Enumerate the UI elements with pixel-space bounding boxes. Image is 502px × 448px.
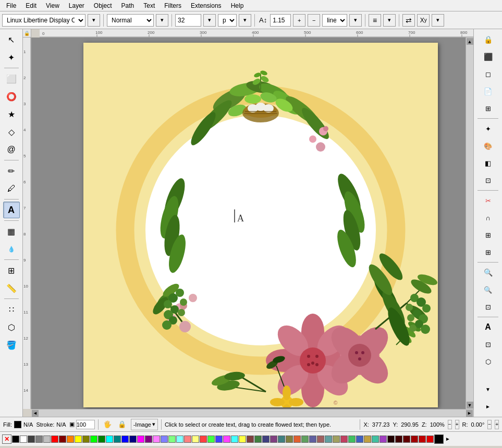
palette-black[interactable]	[12, 435, 19, 443]
palette-plum[interactable]	[270, 435, 277, 443]
tool-node[interactable]: ✦	[3, 49, 20, 66]
snap-intersect-btn[interactable]: ∩	[480, 209, 496, 226]
palette-e3[interactable]	[403, 435, 410, 443]
palette-c8[interactable]	[348, 435, 356, 443]
palette-orange[interactable]	[67, 435, 74, 443]
drawing-canvas[interactable]: A ©	[83, 43, 438, 407]
tool-3d[interactable]: ◇	[3, 123, 20, 140]
fill-color-box[interactable]	[14, 421, 21, 428]
tool-star[interactable]: ★	[3, 106, 20, 122]
palette-aqua[interactable]	[231, 435, 238, 443]
tool-rectangle[interactable]: ⬜	[3, 70, 20, 87]
line-height-dec[interactable]: −	[308, 14, 320, 27]
palette-purple[interactable]	[145, 435, 152, 443]
image-dropdown-icon[interactable]: ▾	[152, 421, 155, 428]
palette-black-end[interactable]	[434, 434, 444, 444]
font-size-input[interactable]	[175, 14, 201, 27]
tool-spray[interactable]: ∷	[3, 301, 20, 318]
palette-cyan[interactable]	[106, 435, 113, 443]
palette-c4[interactable]	[317, 435, 324, 443]
palette-violet[interactable]	[223, 435, 230, 443]
zoom-plus-btn[interactable]: 🔍	[480, 264, 496, 281]
menu-layer[interactable]: Layer	[65, 1, 89, 10]
palette-navy[interactable]	[129, 435, 137, 443]
palette-e5[interactable]	[419, 435, 426, 443]
node-tool-btn2[interactable]: ✦	[480, 120, 496, 137]
palette-c9[interactable]	[356, 435, 363, 443]
menu-path[interactable]: Path	[117, 1, 139, 10]
palette-lightgray[interactable]	[43, 435, 51, 443]
menu-edit[interactable]: Edit	[21, 1, 41, 10]
palette-muted-teal[interactable]	[278, 435, 285, 443]
snap-symbols-btn[interactable]: ◧	[480, 155, 496, 171]
tool-gradient[interactable]: ▦	[3, 223, 20, 240]
tool-spiral[interactable]: @	[3, 141, 20, 158]
superscript-btn[interactable]: Xy	[417, 14, 430, 27]
palette-blue[interactable]	[121, 435, 129, 443]
palette-red[interactable]	[51, 435, 58, 443]
font-unit-dropdown[interactable]: ▾	[239, 14, 251, 27]
snap-bbox-btn[interactable]: ◻	[480, 66, 496, 82]
snap-color-btn[interactable]: 🎨	[480, 138, 496, 154]
palette-indigo[interactable]	[262, 435, 270, 443]
snap-page-btn[interactable]: 📄	[480, 83, 496, 99]
palette-c3[interactable]	[309, 435, 316, 443]
tool-pencil[interactable]: ✏	[3, 163, 20, 179]
palette-teal[interactable]	[114, 435, 121, 443]
font-family-dropdown[interactable]: ▾	[88, 14, 100, 27]
scroll-up-btn[interactable]: ▲	[467, 38, 473, 45]
menu-filters[interactable]: Filters	[160, 1, 186, 10]
line-height-unit-dropdown[interactable]: ▾	[349, 14, 362, 27]
scroll-down-btn[interactable]: ▼	[467, 402, 473, 408]
canvas-container[interactable]: A ©	[31, 38, 466, 409]
palette-khaki[interactable]	[239, 435, 246, 443]
palette-lavender[interactable]	[161, 435, 168, 443]
tool-dropper[interactable]: 💧	[3, 241, 20, 257]
panel-expand-btn[interactable]: ▼	[480, 381, 496, 397]
line-height-input[interactable]	[270, 14, 291, 27]
horizontal-scrollbar[interactable]: ◄ ►	[31, 409, 473, 417]
snap-grid-btn[interactable]: ⊞	[480, 244, 496, 260]
fill-indicator[interactable]: Fill: N/A	[3, 421, 33, 428]
menu-view[interactable]: View	[42, 1, 64, 10]
zoom-dec-btn[interactable]: −	[448, 420, 452, 429]
palette-scroll-right[interactable]: ►	[445, 436, 450, 442]
tool-paint[interactable]: 🪣	[3, 337, 20, 353]
rotate-dec-btn[interactable]: −	[487, 420, 492, 429]
palette-c10[interactable]	[364, 435, 371, 443]
palette-yellow[interactable]	[75, 435, 82, 443]
snap-node-btn[interactable]: ⬛	[480, 48, 496, 65]
palette-e1[interactable]	[387, 435, 395, 443]
font-family-select[interactable]: Linux Libertine Display O	[2, 14, 85, 27]
palette-magenta[interactable]	[137, 435, 144, 443]
opacity-input[interactable]	[76, 420, 95, 429]
palette-lightgreen[interactable]	[168, 435, 176, 443]
palette-pink[interactable]	[153, 435, 160, 443]
palette-c5[interactable]	[325, 435, 332, 443]
text-chars-btn[interactable]: A	[480, 319, 496, 335]
vertical-scrollbar[interactable]: ▲ ▼	[466, 38, 473, 409]
palette-salmon[interactable]	[184, 435, 191, 443]
lock-status-btn[interactable]: 🔒	[116, 419, 128, 430]
palette-e6[interactable]	[426, 435, 434, 443]
palette-e2[interactable]	[395, 435, 402, 443]
palette-olive[interactable]	[82, 435, 90, 443]
no-fill-btn[interactable]: ✕	[2, 434, 11, 444]
font-style-dropdown[interactable]: ▾	[156, 14, 168, 27]
tool-calligraphy[interactable]: 🖊	[3, 180, 20, 197]
palette-coral[interactable]	[200, 435, 207, 443]
palette-c1[interactable]	[293, 435, 301, 443]
palette-forest[interactable]	[254, 435, 262, 443]
palette-green[interactable]	[98, 435, 105, 443]
snap-more-btn[interactable]: ⊡	[480, 172, 496, 189]
menu-file[interactable]: File	[2, 1, 20, 10]
menu-extensions[interactable]: Extensions	[187, 1, 226, 10]
line-height-unit[interactable]: lines	[322, 14, 347, 27]
text-align-dropdown[interactable]: ▾	[383, 14, 396, 27]
tool-circle[interactable]: ⭕	[3, 88, 20, 105]
tool-text[interactable]: A	[3, 202, 20, 218]
menu-help[interactable]: Help	[227, 1, 248, 10]
cursor-tool-btn[interactable]: 🖐	[102, 419, 113, 430]
zoom-fit-btn[interactable]: ⊡	[480, 298, 496, 315]
line-height-inc[interactable]: +	[293, 14, 305, 27]
